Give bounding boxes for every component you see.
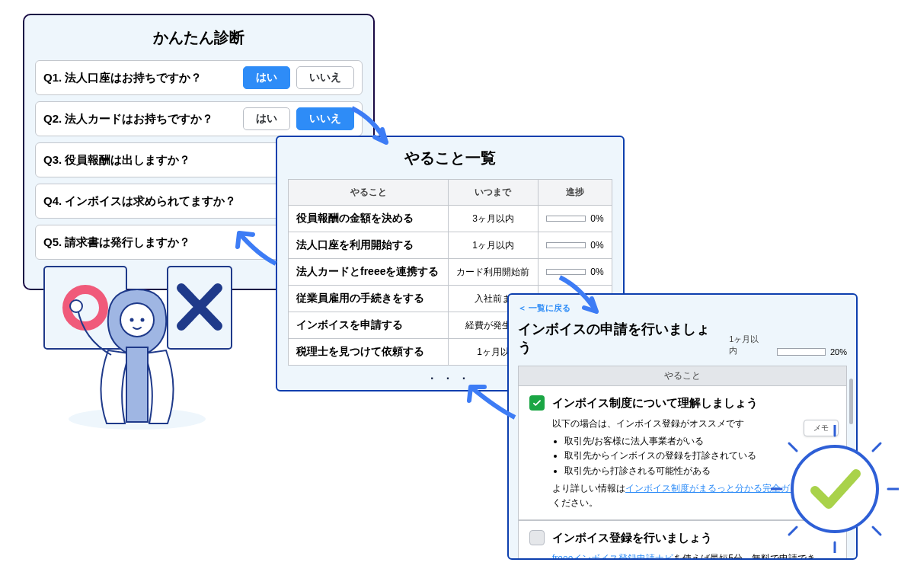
col-progress: 進捗 bbox=[538, 180, 612, 206]
due-cell: 1ヶ月以内 bbox=[449, 232, 538, 259]
detail-todo-header: やること bbox=[518, 366, 847, 386]
quiz-q4-label: Q4. インボイスは求められてますか？ bbox=[43, 194, 301, 209]
svg-line-14 bbox=[873, 527, 880, 535]
task-cell: 役員報酬の金額を決める bbox=[289, 206, 449, 232]
quiz-q1-yes-button[interactable]: はい bbox=[243, 66, 290, 89]
step2-link[interactable]: freeeインボイス登録申請ナビ bbox=[552, 553, 673, 560]
quiz-q2-label: Q2. 法人カードはお持ちですか？ bbox=[43, 112, 237, 126]
quiz-q1-no-button[interactable]: いいえ bbox=[296, 66, 354, 89]
todo-title: やること一覧 bbox=[288, 148, 612, 168]
detail-due: 1ヶ月以内 bbox=[729, 334, 766, 356]
quiz-row-1: Q1. 法人口座はお持ちですか？ はい いいえ bbox=[35, 60, 363, 95]
col-task: やること bbox=[289, 180, 449, 206]
task-cell: 従業員雇用の手続きをする bbox=[289, 286, 449, 312]
svg-line-16 bbox=[873, 443, 880, 451]
detail-title: インボイスの申請を行いましょう bbox=[518, 320, 718, 356]
checkbox-unchecked-icon[interactable] bbox=[529, 530, 545, 545]
quiz-q2-yes-button[interactable]: はい bbox=[243, 107, 290, 130]
arrow-icon bbox=[230, 225, 283, 271]
quiz-q1-label: Q1. 法人口座はお持ちですか？ bbox=[43, 71, 237, 85]
svg-point-8 bbox=[70, 300, 82, 312]
detail-progress: 20% bbox=[777, 347, 847, 356]
svg-point-6 bbox=[141, 318, 145, 322]
task-cell: 法人口座を利用開始する bbox=[289, 232, 449, 259]
checkbox-checked-icon[interactable] bbox=[529, 395, 545, 411]
svg-point-5 bbox=[130, 318, 134, 322]
table-row[interactable]: 役員報酬の金額を決める3ヶ月以内0% bbox=[289, 206, 612, 232]
svg-point-17 bbox=[792, 446, 877, 532]
svg-line-15 bbox=[789, 527, 797, 535]
task-cell: 税理士を見つけて依頼する bbox=[289, 339, 449, 366]
svg-line-13 bbox=[789, 443, 797, 451]
table-row[interactable]: 法人口座を利用開始する1ヶ月以内0% bbox=[289, 232, 612, 259]
person-illustration bbox=[23, 228, 236, 442]
check-badge-icon bbox=[771, 425, 899, 553]
arrow-icon bbox=[344, 101, 398, 154]
step1-more1: より詳しい情報は bbox=[552, 483, 625, 494]
due-cell: カード利用開始前 bbox=[449, 259, 538, 286]
progress-cell: 0% bbox=[538, 206, 612, 232]
col-due: いつまで bbox=[449, 180, 538, 206]
progress-cell: 0% bbox=[538, 232, 612, 259]
task-cell: インボイスを申請する bbox=[289, 312, 449, 339]
arrow-icon bbox=[552, 270, 606, 323]
arrow-icon bbox=[462, 379, 523, 425]
due-cell: 3ヶ月以内 bbox=[449, 206, 538, 232]
step2-title: インボイス登録を行いましょう bbox=[552, 531, 712, 545]
task-cell: 法人カードとfreeeを連携する bbox=[289, 259, 449, 286]
quiz-row-2: Q2. 法人カードはお持ちですか？ はい いいえ bbox=[35, 101, 363, 136]
scrollbar[interactable] bbox=[849, 379, 853, 424]
detail-progress-pct: 20% bbox=[830, 347, 847, 356]
step2-tail: を使えば最短5分、無料で申請でき bbox=[673, 553, 816, 560]
quiz-q3-label: Q3. 役員報酬は出しますか？ bbox=[43, 153, 301, 168]
svg-rect-7 bbox=[126, 347, 148, 422]
step1-title: インボイス制度について理解しましょう bbox=[552, 396, 758, 411]
svg-point-4 bbox=[120, 303, 154, 337]
quiz-title: かんたん診断 bbox=[35, 27, 363, 48]
